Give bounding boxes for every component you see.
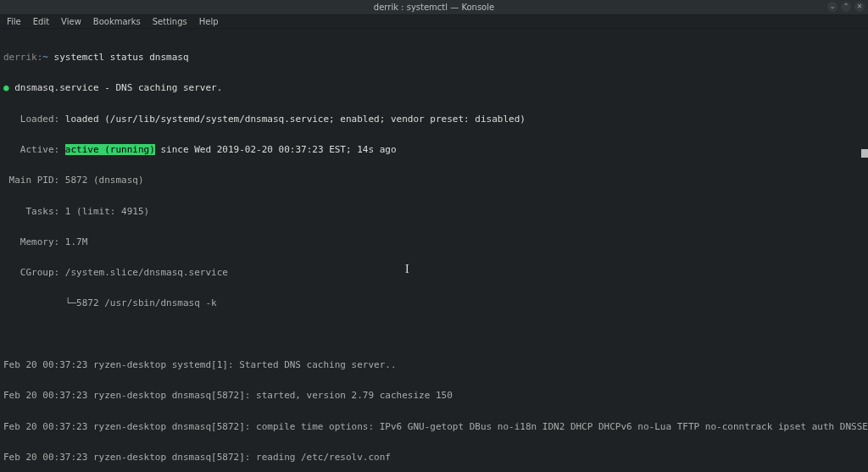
minimize-button[interactable]: ⌄ <box>827 2 837 12</box>
window-controls: ⌄ ⌃ ✕ <box>827 2 865 12</box>
main-pid-line: Main PID: 5872 (dnsmasq) <box>3 175 865 186</box>
maximize-button[interactable]: ⌃ <box>841 2 851 12</box>
active-value: active (running) <box>65 144 155 155</box>
status-bullet-icon: ● <box>3 82 14 93</box>
menu-settings[interactable]: Settings <box>153 17 187 26</box>
menu-help[interactable]: Help <box>199 17 219 26</box>
loaded-value: loaded (/usr/lib/systemd/system/dnsmasq.… <box>65 114 526 125</box>
service-description: dnsmasq.service - DNS caching server. <box>14 82 222 93</box>
window-titlebar: derrik : systemctl — Konsole ⌄ ⌃ ✕ <box>0 0 868 15</box>
close-button[interactable]: ✕ <box>854 2 865 12</box>
blank-line <box>3 330 865 340</box>
memory-line: Memory: 1.7M <box>3 237 865 247</box>
prompt-symbol <box>48 52 54 63</box>
prompt-line: derrik:~ systemctl status dnsmasq <box>3 53 865 63</box>
terminal-viewport[interactable]: derrik:~ systemctl status dnsmasq ● dnsm… <box>0 29 868 472</box>
text-cursor-icon: I <box>405 263 409 275</box>
menu-bookmarks[interactable]: Bookmarks <box>93 17 141 26</box>
cgroup-line: CGroup: /system.slice/dnsmasq.service <box>3 268 865 278</box>
loaded-label: Loaded: <box>3 114 65 125</box>
menu-file[interactable]: File <box>7 17 21 26</box>
tasks-line: Tasks: 1 (limit: 4915) <box>3 207 865 217</box>
log-line: Feb 20 00:37:23 ryzen-desktop dnsmasq[58… <box>3 391 865 401</box>
active-rest: since Wed 2019-02-20 00:37:23 EST; 14s a… <box>155 144 397 155</box>
prompt-path: ~ <box>42 52 48 63</box>
log-line: Feb 20 00:37:23 ryzen-desktop systemd[1]… <box>3 360 865 370</box>
window-title: derrik : systemctl — Konsole <box>374 3 494 12</box>
log-line: Feb 20 00:37:23 ryzen-desktop dnsmasq[58… <box>3 422 865 432</box>
active-line: Active: active (running) since Wed 2019-… <box>3 145 865 155</box>
service-header-line: ● dnsmasq.service - DNS caching server. <box>3 83 865 93</box>
active-label: Active: <box>3 144 65 155</box>
menubar: File Edit View Bookmarks Settings Help <box>0 15 868 29</box>
menu-view[interactable]: View <box>61 17 81 26</box>
loaded-line: Loaded: loaded (/usr/lib/systemd/system/… <box>3 114 865 125</box>
log-line: Feb 20 00:37:23 ryzen-desktop dnsmasq[58… <box>3 453 865 463</box>
menu-edit[interactable]: Edit <box>33 17 49 26</box>
prompt-user-host: derrik: <box>3 52 42 63</box>
cgroup-child-line: └─5872 /usr/sbin/dnsmasq -k <box>3 298 865 308</box>
entered-command: systemctl status dnsmasq <box>54 52 189 63</box>
scroll-indicator-icon <box>861 149 868 158</box>
